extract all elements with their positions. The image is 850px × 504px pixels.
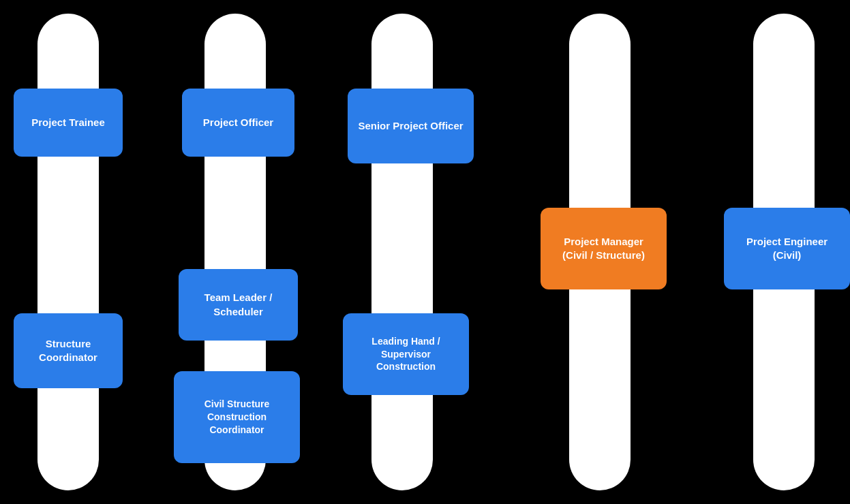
structure-coordinator-label: Structure Coordinator bbox=[23, 337, 113, 365]
track-3 bbox=[371, 14, 433, 490]
project-trainee-card: Project Trainee bbox=[14, 89, 123, 157]
project-officer-card: Project Officer bbox=[182, 89, 294, 157]
team-leader-scheduler-card: Team Leader / Scheduler bbox=[179, 269, 298, 341]
project-officer-label: Project Officer bbox=[203, 116, 273, 129]
diagram-canvas: Project Trainee Structure Coordinator Pr… bbox=[0, 0, 850, 504]
civil-structure-construction-coordinator-card: Civil Structure Construction Coordinator bbox=[174, 371, 300, 463]
project-trainee-label: Project Trainee bbox=[31, 116, 105, 129]
leading-hand-supervisor-construction-card: Leading Hand / Supervisor Construction bbox=[343, 313, 469, 395]
project-engineer-civil-label: Project Engineer (Civil) bbox=[733, 235, 840, 263]
structure-coordinator-card: Structure Coordinator bbox=[14, 313, 123, 388]
track-1 bbox=[37, 14, 99, 490]
senior-project-officer-label: Senior Project Officer bbox=[358, 119, 463, 133]
civil-structure-construction-coordinator-label: Civil Structure Construction Coordinator bbox=[183, 398, 290, 437]
project-manager-civil-structure-label: Project Manager (Civil / Structure) bbox=[550, 235, 657, 263]
project-engineer-civil-card: Project Engineer (Civil) bbox=[724, 208, 850, 289]
team-leader-scheduler-label: Team Leader / Scheduler bbox=[188, 291, 288, 319]
project-manager-civil-structure-card: Project Manager (Civil / Structure) bbox=[541, 208, 667, 289]
senior-project-officer-card: Senior Project Officer bbox=[348, 89, 474, 163]
leading-hand-supervisor-construction-label: Leading Hand / Supervisor Construction bbox=[352, 335, 459, 374]
